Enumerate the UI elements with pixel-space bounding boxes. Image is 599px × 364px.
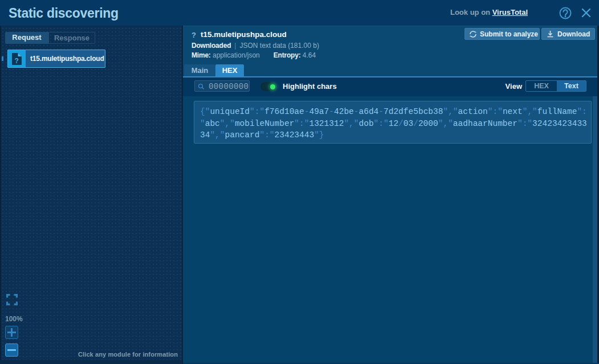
- svg-text:?: ?: [15, 56, 19, 64]
